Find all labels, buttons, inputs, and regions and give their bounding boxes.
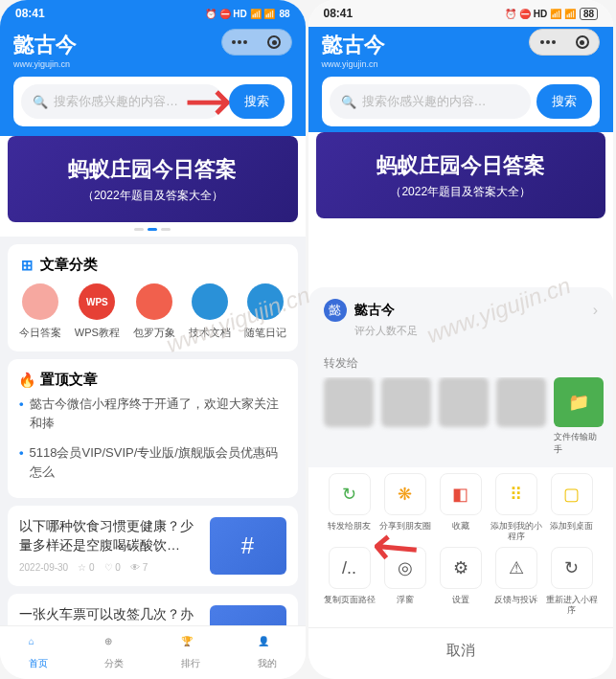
action-icon: ◎ — [384, 547, 426, 589]
action-icon: ⚙ — [440, 547, 482, 589]
contact-avatar[interactable] — [439, 377, 489, 427]
tab-排行[interactable]: 🏆排行 — [152, 626, 229, 679]
action-icon: ⚠ — [495, 547, 537, 589]
contact-avatar[interactable] — [324, 377, 374, 427]
category-item[interactable]: 技术文档 — [189, 283, 231, 340]
search-icon: 🔍 — [341, 95, 356, 109]
category-icon — [247, 283, 284, 320]
page-indicator — [0, 222, 306, 237]
main-content: ⊞文章分类 今日答案WPSWPS教程包罗万象技术文档随笔日记 🔥置顶文章 懿古今… — [0, 237, 306, 625]
article-title: 以下哪种饮食习惯更健康？少量多样还是空腹喝碳酸饮… — [19, 517, 202, 555]
action-icon: /.. — [329, 547, 371, 589]
pinned-card: 🔥置顶文章 懿古今微信小程序终于开通了，欢迎大家关注和捧5118会员VIP/SV… — [8, 359, 298, 498]
status-icons: ⏰ ⛔ HD 📶 📶 88 — [205, 9, 290, 19]
action-收藏[interactable]: ◧收藏 — [435, 473, 487, 542]
header: 懿古今 www.yigujin.cn 🔍 搜索你感兴趣的内容… 搜索 — [0, 27, 306, 136]
category-icon: ⊞ — [19, 258, 34, 273]
action-设置[interactable]: ⚙设置 — [435, 547, 487, 616]
search-bar: 🔍 搜索你感兴趣的内容… 搜索 — [13, 77, 292, 126]
sheet-rating: 评分人数不足 — [354, 324, 599, 338]
search-bar: 🔍 搜索你感兴趣的内容… 搜索 — [322, 77, 601, 126]
category-icon — [192, 283, 228, 320]
action-浮窗[interactable]: ◎浮窗 — [379, 547, 431, 616]
category-icon: WPS — [79, 283, 115, 320]
action-icon: ↻ — [551, 547, 593, 589]
banner[interactable]: 蚂蚁庄园今日答案 （2022年题目及答案大全） — [316, 132, 606, 218]
banner-title: 蚂蚁庄园今日答案 — [68, 155, 237, 184]
banner-subtitle: （2022年题目及答案大全） — [82, 188, 223, 204]
app-subtitle: www.yigujin.cn — [322, 59, 601, 69]
close-icon[interactable] — [267, 35, 281, 49]
banner-subtitle: （2022年题目及答案大全） — [390, 184, 531, 200]
pinned-item[interactable]: 懿古今微信小程序终于开通了，欢迎大家关注和捧 — [19, 389, 286, 438]
action-反馈与投诉[interactable]: ⚠反馈与投诉 — [491, 547, 542, 616]
pinned-item[interactable]: 5118会员VIP/SVIP/专业版/旗舰版会员优惠码怎么 — [19, 438, 286, 487]
mini-program-capsule[interactable] — [221, 29, 292, 56]
phone-left: 08:41 ⏰ ⛔ HD 📶 📶 88 懿古今 www.yigujin.cn 🔍… — [0, 0, 306, 679]
more-icon[interactable] — [232, 40, 247, 44]
action-sheet: 懿 懿古今 › 评分人数不足 转发给 📁 文件传输助手 ↻转发给朋友❋分享到朋友… — [308, 287, 614, 679]
chevron-right-icon[interactable]: › — [593, 302, 598, 319]
action-复制页面路径[interactable]: /..复制页面路径 — [324, 547, 376, 616]
app-subtitle: www.yigujin.cn — [13, 59, 292, 69]
article-thumb: # — [210, 605, 286, 625]
tab-首页[interactable]: ⌂首页 — [0, 626, 77, 679]
article-meta: 2022-09-30 ☆ 0 ♡ 0 👁 7 — [19, 562, 202, 573]
action-icon: ▢ — [551, 473, 593, 515]
tab-分类[interactable]: ⊕分类 — [77, 626, 153, 679]
action-icon: ❋ — [384, 473, 426, 515]
categories-card: ⊞文章分类 今日答案WPSWPS教程包罗万象技术文档随笔日记 — [8, 244, 298, 351]
contact-row: 📁 文件传输助手 — [308, 377, 614, 467]
phone-right: 08:41 ⏰ ⛔ HD 📶 📶 88 懿古今 www.yigujin.cn 🔍… — [308, 0, 614, 679]
action-icon: ◧ — [440, 473, 482, 515]
sheet-title: 懿古今 — [354, 302, 585, 319]
close-icon[interactable] — [576, 35, 589, 49]
action-icon: ↻ — [329, 473, 371, 515]
banner[interactable]: 蚂蚁庄园今日答案 （2022年题目及答案大全） — [8, 136, 298, 222]
contact-avatar[interactable] — [381, 377, 431, 427]
tab-icon: 👤 — [258, 636, 277, 655]
category-icon — [136, 283, 172, 320]
article-card[interactable]: 一张火车票可以改签几次？办理多少次改签？什么是改签？ # — [8, 594, 298, 625]
tab-icon: 🏆 — [181, 636, 200, 655]
action-分享到朋友圈[interactable]: ❋分享到朋友圈 — [379, 473, 431, 542]
tab-我的[interactable]: 👤我的 — [229, 626, 306, 679]
category-item[interactable]: 今日答案 — [19, 283, 61, 340]
action-icon: ⠿ — [495, 473, 537, 515]
tab-icon: ⊕ — [104, 636, 124, 655]
action-重新进入小程序[interactable]: ↻重新进入小程序 — [546, 547, 598, 616]
category-item[interactable]: 随笔日记 — [244, 283, 286, 340]
action-添加到桌面[interactable]: ▢添加到桌面 — [546, 473, 598, 542]
category-icon — [22, 283, 58, 320]
file-transfer-icon[interactable]: 📁 — [554, 377, 604, 427]
forward-label: 转发给 — [308, 348, 614, 377]
cancel-button[interactable]: 取消 — [308, 627, 614, 679]
action-转发给朋友[interactable]: ↻转发给朋友 — [324, 473, 376, 542]
mini-program-capsule[interactable] — [529, 29, 600, 56]
category-item[interactable]: 包罗万象 — [133, 283, 175, 340]
article-title: 一张火车票可以改签几次？办理多少次改签？什么是改签？ — [19, 605, 202, 625]
contact-avatar[interactable] — [496, 377, 546, 427]
search-button[interactable]: 搜索 — [536, 84, 592, 119]
category-item[interactable]: WPSWPS教程 — [75, 283, 120, 340]
mini-program-icon: 懿 — [324, 299, 347, 322]
status-icons: ⏰ ⛔ HD 📶 📶 88 — [505, 8, 598, 20]
search-button[interactable]: 搜索 — [229, 84, 285, 119]
header: 懿古今 www.yigujin.cn 🔍 搜索你感兴趣的内容… 搜索 — [308, 27, 614, 132]
search-icon: 🔍 — [33, 95, 48, 109]
banner-title: 蚂蚁庄园今日答案 — [376, 151, 545, 180]
tab-icon: ⌂ — [29, 636, 48, 655]
action-添加到我的小程序[interactable]: ⠿添加到我的小程序 — [491, 473, 542, 542]
status-bar: 08:41 ⏰ ⛔ HD 📶 📶 88 — [308, 0, 614, 27]
status-bar: 08:41 ⏰ ⛔ HD 📶 📶 88 — [0, 0, 306, 27]
more-icon[interactable] — [540, 40, 556, 44]
article-thumb: # — [210, 517, 286, 575]
status-time: 08:41 — [324, 7, 354, 20]
search-input[interactable]: 🔍 搜索你感兴趣的内容… — [330, 84, 532, 119]
search-input[interactable]: 🔍 搜索你感兴趣的内容… — [21, 84, 223, 119]
sheet-header: 懿 懿古今 › 评分人数不足 — [308, 299, 614, 348]
tab-bar: ⌂首页⊕分类🏆排行👤我的 — [0, 625, 306, 679]
article-card[interactable]: 以下哪种饮食习惯更健康？少量多样还是空腹喝碳酸饮… 2022-09-30 ☆ 0… — [8, 506, 298, 586]
fire-icon: 🔥 — [19, 373, 34, 388]
action-grid: ↻转发给朋友❋分享到朋友圈◧收藏⠿添加到我的小程序▢添加到桌面/..复制页面路径… — [308, 467, 614, 627]
